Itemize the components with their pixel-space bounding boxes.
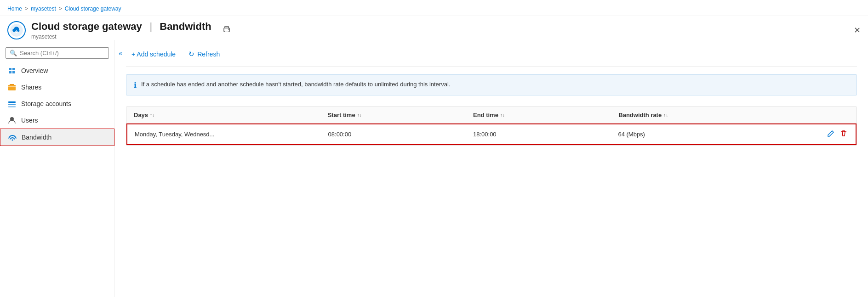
storage-icon xyxy=(7,99,17,108)
refresh-icon: ↻ xyxy=(188,50,194,58)
refresh-label: Refresh xyxy=(197,50,220,58)
search-icon: 🔍 xyxy=(10,50,17,56)
sort-end-icon[interactable]: ↑↓ xyxy=(500,112,505,118)
info-text: If a schedule has ended and another sche… xyxy=(141,80,450,89)
svg-rect-4 xyxy=(8,85,16,90)
svg-rect-7 xyxy=(8,106,16,107)
sidebar-item-overview[interactable]: Overview xyxy=(0,62,114,79)
users-icon xyxy=(7,116,17,125)
breadcrumb-sep2: > xyxy=(59,6,62,12)
sidebar-label-shares: Shares xyxy=(21,84,41,91)
svg-rect-2 xyxy=(225,30,228,32)
info-banner: ℹ If a schedule has ended and another sc… xyxy=(126,74,857,95)
sidebar-item-users[interactable]: Users xyxy=(0,112,114,129)
svg-point-3 xyxy=(228,29,229,30)
col-start-time: Start time ↑↓ xyxy=(328,112,473,118)
svg-rect-6 xyxy=(8,104,16,105)
overview-icon xyxy=(7,66,17,75)
sidebar-item-storage-accounts[interactable]: Storage accounts xyxy=(0,95,114,112)
sidebar-label-bandwidth: Bandwidth xyxy=(22,134,51,141)
row-days: Monday, Tuesday, Wednesd... xyxy=(135,131,328,138)
title-separator: | xyxy=(149,21,152,32)
row-actions xyxy=(811,129,848,140)
collapse-button[interactable]: « xyxy=(119,50,122,57)
breadcrumb-current[interactable]: Cloud storage gateway xyxy=(65,6,121,12)
sidebar-label-users: Users xyxy=(21,117,38,124)
col-bandwidth-rate: Bandwidth rate ↑↓ xyxy=(618,112,812,118)
search-input[interactable] xyxy=(20,50,105,56)
info-icon: ℹ xyxy=(134,81,137,90)
sidebar: 🔍 « Overview Shares xyxy=(0,40,115,297)
title-container: Cloud storage gateway | Bandwidth myaset… xyxy=(31,21,211,40)
sort-days-icon[interactable]: ↑↓ xyxy=(150,112,154,118)
delete-button[interactable] xyxy=(839,129,848,140)
bandwidth-table: Days ↑↓ Start time ↑↓ End time ↑↓ Bandwi… xyxy=(126,106,857,146)
sidebar-item-bandwidth[interactable]: Bandwidth xyxy=(0,129,114,146)
delete-icon xyxy=(840,131,847,139)
breadcrumb-sep1: > xyxy=(25,6,28,12)
edit-button[interactable] xyxy=(826,129,835,140)
shares-icon xyxy=(7,83,17,92)
col-days: Days ↑↓ xyxy=(134,112,328,118)
sort-bandwidth-icon[interactable]: ↑↓ xyxy=(663,112,668,118)
title-section: Bandwidth xyxy=(160,21,211,32)
breadcrumb: Home > myasetest > Cloud storage gateway xyxy=(7,6,121,12)
title-row: Cloud storage gateway | Bandwidth myaset… xyxy=(0,16,868,40)
close-icon[interactable]: ✕ xyxy=(854,25,861,35)
sidebar-label-storage: Storage accounts xyxy=(21,100,71,107)
sidebar-label-overview: Overview xyxy=(21,67,48,74)
row-end-time: 18:00:00 xyxy=(473,131,618,138)
svg-rect-5 xyxy=(8,101,16,103)
sort-start-icon[interactable]: ↑↓ xyxy=(357,112,362,118)
bandwidth-icon xyxy=(8,133,17,142)
main-content: + Add schedule ↻ Refresh ℹ If a schedule… xyxy=(115,40,868,297)
sidebar-item-shares[interactable]: Shares xyxy=(0,79,114,95)
edit-icon xyxy=(827,131,834,139)
title-service: Cloud storage gateway xyxy=(31,21,142,32)
subtitle-text: myasetest xyxy=(31,34,211,40)
table-header: Days ↑↓ Start time ↑↓ End time ↑↓ Bandwi… xyxy=(126,107,857,123)
page-title: Cloud storage gateway | Bandwidth xyxy=(31,21,211,33)
refresh-button[interactable]: ↻ Refresh xyxy=(183,47,225,61)
search-container[interactable]: 🔍 « xyxy=(6,47,109,59)
table-row: Monday, Tuesday, Wednesd... 08:00:00 18:… xyxy=(126,123,857,145)
service-icon xyxy=(7,21,26,39)
row-start-time: 08:00:00 xyxy=(328,131,473,138)
add-schedule-button[interactable]: + Add schedule xyxy=(126,48,181,61)
row-bandwidth-rate: 64 (Mbps) xyxy=(618,131,811,138)
col-end-time: End time ↑↓ xyxy=(473,112,618,118)
breadcrumb-home[interactable]: Home xyxy=(7,6,22,12)
toolbar: + Add schedule ↻ Refresh xyxy=(126,47,857,67)
breadcrumb-myasetest[interactable]: myasetest xyxy=(31,6,56,12)
svg-point-9 xyxy=(12,140,13,141)
print-icon[interactable] xyxy=(223,25,231,35)
col-actions xyxy=(812,112,849,118)
